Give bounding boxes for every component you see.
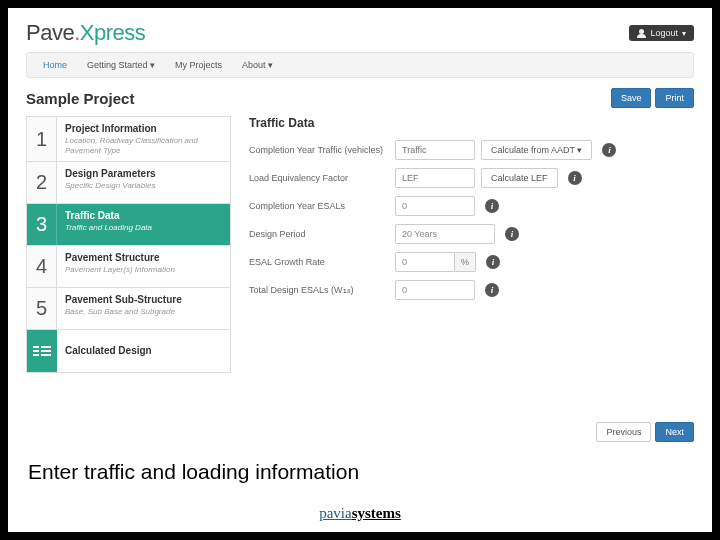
step-title: Pavement Structure bbox=[65, 252, 222, 263]
step-pavement-substructure[interactable]: 5 Pavement Sub-Structure Base, Sub Base … bbox=[27, 288, 230, 330]
print-button[interactable]: Print bbox=[655, 88, 694, 108]
step-number: 3 bbox=[27, 204, 57, 245]
step-title: Calculated Design bbox=[65, 345, 152, 356]
label-completion-esals: Completion Year ESALs bbox=[249, 201, 389, 211]
row-completion-traffic: Completion Year Traffic (vehicles) Calcu… bbox=[249, 140, 694, 160]
calculate-lef-button[interactable]: Calculate LEF bbox=[481, 168, 558, 188]
row-total-esals: Total Design ESALs (W₁₈) i bbox=[249, 280, 694, 300]
step-number: 5 bbox=[27, 288, 57, 329]
step-number: 4 bbox=[27, 246, 57, 287]
input-lef[interactable] bbox=[395, 168, 475, 188]
slide-caption: Enter traffic and loading information bbox=[28, 460, 359, 484]
step-design-parameters[interactable]: 2 Design Parameters Specific Design Vari… bbox=[27, 162, 230, 204]
page-title: Sample Project bbox=[26, 90, 134, 107]
step-traffic-data[interactable]: 3 Traffic Data Traffic and Loading Data bbox=[27, 204, 230, 246]
app-logo: Pave.Xpress bbox=[26, 20, 145, 46]
info-icon[interactable]: i bbox=[568, 171, 582, 185]
previous-button[interactable]: Previous bbox=[596, 422, 651, 442]
label-lef: Load Equivalency Factor bbox=[249, 173, 389, 183]
step-subtitle: Base, Sub Base and Subgrade bbox=[65, 307, 222, 317]
footer-part2: systems bbox=[352, 505, 401, 521]
info-icon[interactable]: i bbox=[485, 199, 499, 213]
input-growth-rate[interactable] bbox=[395, 252, 455, 272]
logo-part2: Xpress bbox=[80, 20, 145, 46]
step-number: 2 bbox=[27, 162, 57, 203]
step-subtitle: Traffic and Loading Data bbox=[65, 223, 222, 233]
logout-label: Logout bbox=[650, 28, 678, 38]
nav-getting-started[interactable]: Getting Started ▾ bbox=[79, 57, 163, 73]
info-icon[interactable]: i bbox=[505, 227, 519, 241]
label-total-esals: Total Design ESALs (W₁₈) bbox=[249, 285, 389, 295]
list-icon bbox=[27, 330, 57, 372]
info-icon[interactable]: i bbox=[486, 255, 500, 269]
row-design-period: Design Period i bbox=[249, 224, 694, 244]
save-button[interactable]: Save bbox=[611, 88, 652, 108]
wizard-sidebar: 1 Project Information Location, Roadway … bbox=[26, 116, 231, 373]
step-project-information[interactable]: 1 Project Information Location, Roadway … bbox=[27, 117, 230, 162]
unit-percent: % bbox=[455, 252, 476, 272]
footer-part1: pavia bbox=[319, 505, 351, 521]
step-subtitle: Location, Roadway Classification and Pav… bbox=[65, 136, 222, 155]
nav-about[interactable]: About ▾ bbox=[234, 57, 281, 73]
info-icon[interactable]: i bbox=[485, 283, 499, 297]
logo-part1: Pave bbox=[26, 20, 74, 46]
calculate-aadt-button[interactable]: Calculate from AADT ▾ bbox=[481, 140, 592, 160]
step-subtitle: Specific Design Variables bbox=[65, 181, 222, 191]
row-lef: Load Equivalency Factor Calculate LEF i bbox=[249, 168, 694, 188]
next-button[interactable]: Next bbox=[655, 422, 694, 442]
step-subtitle: Pavement Layer(s) Information bbox=[65, 265, 222, 275]
input-design-period[interactable] bbox=[395, 224, 495, 244]
step-title: Traffic Data bbox=[65, 210, 222, 221]
label-growth-rate: ESAL Growth Rate bbox=[249, 257, 389, 267]
logout-button[interactable]: Logout ▾ bbox=[629, 25, 694, 41]
main-nav: Home Getting Started ▾ My Projects About… bbox=[26, 52, 694, 78]
user-icon bbox=[637, 29, 646, 38]
step-number: 1 bbox=[27, 117, 57, 161]
nav-home[interactable]: Home bbox=[35, 57, 75, 73]
info-icon[interactable]: i bbox=[602, 143, 616, 157]
form-heading: Traffic Data bbox=[249, 116, 694, 130]
step-title: Pavement Sub-Structure bbox=[65, 294, 222, 305]
row-completion-esals: Completion Year ESALs i bbox=[249, 196, 694, 216]
input-total-esals[interactable] bbox=[395, 280, 475, 300]
input-completion-traffic[interactable] bbox=[395, 140, 475, 160]
step-calculated-design[interactable]: Calculated Design bbox=[27, 330, 230, 372]
label-design-period: Design Period bbox=[249, 229, 389, 239]
step-title: Design Parameters bbox=[65, 168, 222, 179]
step-title: Project Information bbox=[65, 123, 222, 134]
caret-down-icon: ▾ bbox=[682, 29, 686, 38]
brand-footer: paviasystems bbox=[8, 505, 712, 522]
nav-my-projects[interactable]: My Projects bbox=[167, 57, 230, 73]
step-pavement-structure[interactable]: 4 Pavement Structure Pavement Layer(s) I… bbox=[27, 246, 230, 288]
row-growth-rate: ESAL Growth Rate % i bbox=[249, 252, 694, 272]
input-completion-esals[interactable] bbox=[395, 196, 475, 216]
label-completion-traffic: Completion Year Traffic (vehicles) bbox=[249, 145, 389, 155]
